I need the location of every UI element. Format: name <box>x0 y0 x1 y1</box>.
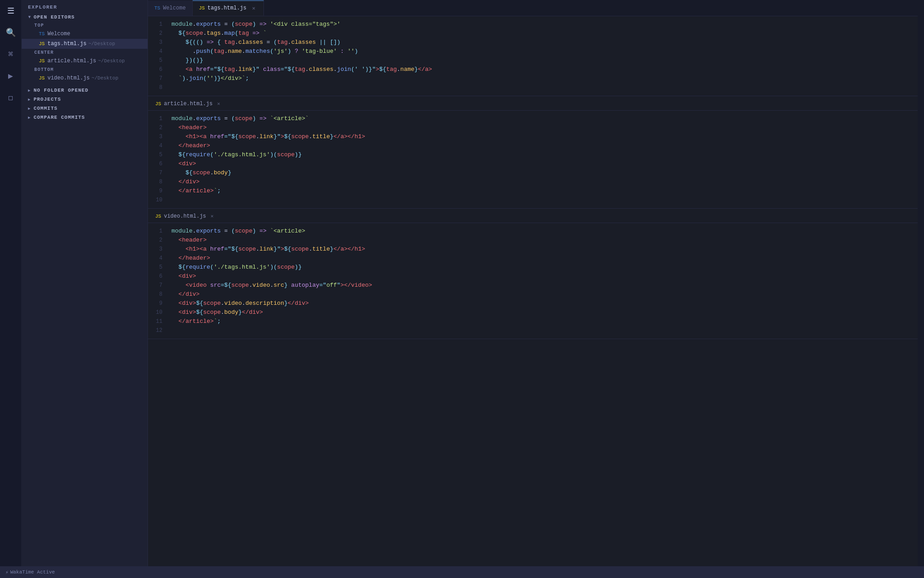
no-folder-section[interactable]: ▶ NO FOLDER OPENED <box>22 86 148 95</box>
wakatime-label: WakaTime Active <box>10 569 55 575</box>
code-line: 8 <box>148 83 924 92</box>
js-icon-article: JS <box>39 58 45 64</box>
code-line: 3 <h1><a href="${scope.link}">${scope.ti… <box>148 245 924 254</box>
code-line: 7 `).join('')}</div>`; <box>148 74 924 83</box>
center-group-label: CENTER <box>22 49 148 56</box>
code-pane-article: 1 module.exports = (scope) => `<article>… <box>148 111 924 209</box>
article-pane-close[interactable]: ✕ <box>217 101 220 107</box>
video-pane-icon: JS <box>155 214 161 219</box>
code-pane-tags: 1 module.exports = (scope) => '<div clas… <box>148 16 924 96</box>
compare-commits-arrow: ▶ <box>28 115 31 120</box>
sidebar-item-welcome[interactable]: TS Welcome <box>22 29 148 39</box>
code-line: 4 </header> <box>148 141 924 150</box>
bottom-spacer <box>148 339 924 366</box>
sidebar-item-video[interactable]: JS video.html.js ~/Desktop <box>22 73 148 83</box>
video-path: ~/Desktop <box>92 75 118 81</box>
compare-commits-label: COMPARE COMMITS <box>33 115 85 120</box>
article-pane-icon: JS <box>155 101 161 107</box>
code-line: 1 module.exports = (scope) => '<div clas… <box>148 20 924 29</box>
tab-welcome-label: Welcome <box>163 5 185 11</box>
code-line: 12 <box>148 326 924 335</box>
code-line: 1 module.exports = (scope) => `<article> <box>148 227 924 236</box>
code-line: 3 <h1><a href="${scope.link}">${scope.ti… <box>148 132 924 141</box>
sidebar: EXPLORER ▶ OPEN EDITORS TOP TS Welcome J… <box>22 0 148 578</box>
tab-welcome-icon: TS <box>154 5 160 11</box>
code-line: 2 <header> <box>148 236 924 245</box>
code-line: 4 .push(tag.name.matches('js') ? 'tag-bl… <box>148 47 924 56</box>
tab-tags-label: tags.html.js <box>208 5 246 11</box>
code-line: 6 <div> <box>148 272 924 281</box>
no-folder-label: NO FOLDER OPENED <box>33 88 88 93</box>
code-line: 5 ${require('./tags.html.js')(scope)} <box>148 150 924 159</box>
search-icon[interactable]: 🔍 <box>4 25 18 40</box>
code-line: 8 </div> <box>148 177 924 186</box>
commits-section[interactable]: ▶ COMMITS <box>22 104 148 113</box>
video-pane-close[interactable]: ✕ <box>211 213 214 219</box>
bottom-group-label: BOTTOM <box>22 66 148 73</box>
extensions-icon[interactable]: ◻ <box>4 90 18 105</box>
editor-area: TS Welcome JS tags.html.js ✕ 1 module.ex… <box>148 0 924 578</box>
code-lines-tags: 1 module.exports = (scope) => '<div clas… <box>148 20 924 92</box>
sidebar-item-article[interactable]: JS article.html.js ~/Desktop <box>22 56 148 66</box>
code-pane-video: 1 module.exports = (scope) => `<article>… <box>148 223 924 339</box>
video-filename: video.html.js <box>47 75 90 81</box>
code-line: 1 module.exports = (scope) => `<article>… <box>148 114 924 123</box>
explorer-header: EXPLORER <box>22 0 148 13</box>
commits-arrow: ▶ <box>28 106 31 111</box>
explorer-icon[interactable]: ☰ <box>4 4 18 18</box>
code-lines-article: 1 module.exports = (scope) => `<article>… <box>148 114 924 205</box>
projects-section[interactable]: ▶ PROJECTS <box>22 95 148 104</box>
compare-commits-section[interactable]: ▶ COMPARE COMMITS <box>22 113 148 122</box>
code-line: 5 ${require('./tags.html.js')(scope)} <box>148 263 924 272</box>
tab-tags-close[interactable]: ✕ <box>250 5 257 12</box>
welcome-filename: Welcome <box>47 31 70 37</box>
open-editors-label: OPEN EDITORS <box>33 14 74 20</box>
wakatime-item[interactable]: ⚡ WakaTime Active <box>5 569 55 575</box>
code-line: 9 <div>${scope.video.description}</div> <box>148 299 924 308</box>
article-path: ~/Desktop <box>98 58 125 64</box>
tab-tags[interactable]: JS tags.html.js ✕ <box>193 0 264 16</box>
code-line: 6 <div> <box>148 159 924 168</box>
ts-icon: TS <box>39 31 45 37</box>
code-line: 7 ${scope.body} <box>148 168 924 177</box>
git-icon[interactable]: ⌘ <box>4 47 18 61</box>
open-editors-section[interactable]: ▶ OPEN EDITORS <box>22 13 148 22</box>
top-group-label: TOP <box>22 22 148 29</box>
activity-bar: ☰ 🔍 ⌘ ▶ ◻ <box>0 0 22 578</box>
code-line: 6 <a href="${tag.link}" class="${tag.cla… <box>148 65 924 74</box>
no-folder-arrow: ▶ <box>28 88 31 93</box>
code-line: 4 </header> <box>148 254 924 263</box>
status-bar: ⚡ WakaTime Active <box>0 566 924 578</box>
open-editors-arrow: ▶ <box>27 16 32 19</box>
video-pane-filename: video.html.js <box>164 213 206 219</box>
code-line: 10 <div>${scope.body}</div> <box>148 308 924 317</box>
pane-header-video: JS video.html.js ✕ <box>148 209 924 223</box>
code-line: 9 </article>`; <box>148 186 924 196</box>
code-lines-video: 1 module.exports = (scope) => `<article>… <box>148 227 924 335</box>
code-line: 2 <header> <box>148 123 924 132</box>
projects-arrow: ▶ <box>28 97 31 102</box>
article-pane-filename: article.html.js <box>164 101 213 107</box>
editors-scroll[interactable]: 1 module.exports = (scope) => '<div clas… <box>148 16 924 578</box>
tab-tags-icon: JS <box>199 5 205 11</box>
code-line: 5 })()} <box>148 56 924 65</box>
tags-path: ~/Desktop <box>88 41 115 47</box>
article-filename: article.html.js <box>47 58 96 64</box>
code-line: 7 <video src=${scope.video.src} autoplay… <box>148 281 924 290</box>
tab-welcome[interactable]: TS Welcome <box>148 0 193 16</box>
code-line: 3 ${(() => { tag.classes = (tag.classes … <box>148 38 924 47</box>
code-line: 10 <box>148 196 924 205</box>
js-icon-video: JS <box>39 75 45 81</box>
pane-header-article: JS article.html.js ✕ <box>148 96 924 111</box>
projects-label: PROJECTS <box>33 97 61 102</box>
tags-filename: tags.html.js <box>47 41 86 47</box>
debug-icon[interactable]: ▶ <box>4 69 18 83</box>
code-line: 2 ${scope.tags.map(tag => ` <box>148 29 924 38</box>
sidebar-item-tags[interactable]: JS tags.html.js ~/Desktop <box>22 39 148 49</box>
code-line: 8 </div> <box>148 290 924 299</box>
minimap <box>918 0 924 578</box>
tab-bar: TS Welcome JS tags.html.js ✕ <box>148 0 924 16</box>
commits-label: COMMITS <box>33 106 57 111</box>
code-line: 11 </article>`; <box>148 317 924 326</box>
wakatime-icon: ⚡ <box>5 569 9 575</box>
